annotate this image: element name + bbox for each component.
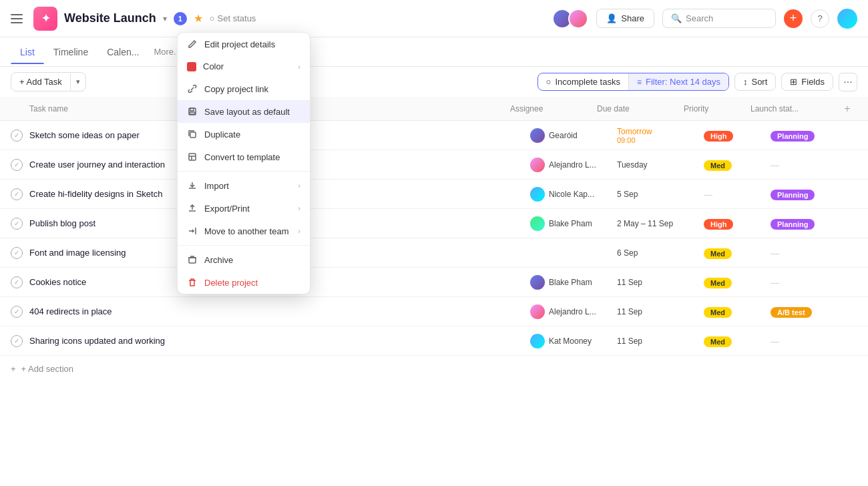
table-row[interactable]: ✓ Cookies notice Blake Pham 11 Sep Med — bbox=[0, 268, 868, 297]
toolbar-right: ○ Incomplete tasks ≡ Filter: Next 14 day… bbox=[537, 73, 857, 91]
submenu-arrow-icon: › bbox=[298, 204, 300, 212]
ctx-item-save[interactable]: Save layout as default bbox=[178, 100, 310, 123]
svg-rect-5 bbox=[189, 258, 196, 263]
task-launch: — bbox=[771, 335, 857, 347]
col-assignee: Assignee bbox=[510, 104, 597, 113]
tab-timeline[interactable]: Timeline bbox=[44, 40, 97, 64]
active-filter[interactable]: ≡ Filter: Next 14 days bbox=[628, 73, 728, 90]
sort-icon: ↕ bbox=[743, 77, 748, 87]
ctx-item-duplicate[interactable]: Duplicate bbox=[178, 123, 310, 146]
submenu-arrow-icon: › bbox=[298, 63, 300, 71]
table-row[interactable]: ✓ Publish blog post Blake Pham 2 May – 1… bbox=[0, 209, 868, 238]
topbar-right: 👤 Share 🔍 Search + ? bbox=[552, 9, 857, 29]
submenu-arrow-icon: › bbox=[298, 182, 300, 190]
task-launch: — bbox=[771, 247, 857, 259]
launch-value: — bbox=[771, 336, 779, 346]
import-icon bbox=[187, 180, 198, 191]
topbar: ✦ Website Launch ▾ 1 ★ ○ Set status 👤 Sh… bbox=[0, 0, 868, 37]
table-row[interactable]: ✓ Sharing icons updated and working Kat … bbox=[0, 326, 868, 356]
hamburger-menu[interactable] bbox=[11, 11, 27, 27]
ctx-item-move[interactable]: Move to another team › bbox=[178, 220, 310, 242]
task-checkbox[interactable]: ✓ bbox=[11, 188, 23, 200]
assignee-name: Alejandro L... bbox=[549, 160, 596, 170]
add-section-button[interactable]: + + Add section bbox=[0, 356, 868, 382]
sort-button[interactable]: ↕ Sort bbox=[734, 73, 776, 91]
col-launch: Launch stat... bbox=[750, 104, 837, 113]
assignee: Alejandro L... bbox=[530, 304, 617, 319]
context-menu: Edit project details Color › Copy projec… bbox=[177, 32, 310, 294]
task-checkbox[interactable]: ✓ bbox=[11, 306, 23, 318]
notification-badge: 1 bbox=[174, 12, 187, 25]
ctx-item-color[interactable]: Color › bbox=[178, 55, 310, 77]
nav-tabs: List Timeline Calen... More... bbox=[0, 37, 868, 67]
task-checkbox[interactable]: ✓ bbox=[11, 130, 23, 142]
chevron-down-icon[interactable]: ▾ bbox=[163, 14, 167, 23]
task-checkbox[interactable]: ✓ bbox=[11, 218, 23, 230]
archive-icon bbox=[187, 254, 198, 265]
assignee-name: Alejandro L... bbox=[549, 307, 596, 316]
table-row[interactable]: ✓ Create user journey and interaction Al… bbox=[0, 150, 868, 180]
due-date: 11 Sep bbox=[617, 336, 704, 346]
set-status-button[interactable]: ○ Set status bbox=[210, 13, 256, 23]
ctx-item-import[interactable]: Import › bbox=[178, 174, 310, 197]
launch-value: — bbox=[771, 248, 779, 258]
more-options-button[interactable]: ··· bbox=[839, 73, 857, 91]
task-checkbox[interactable]: ✓ bbox=[11, 335, 23, 347]
add-task-button[interactable]: + Add Task ▾ bbox=[11, 72, 86, 91]
task-checkbox[interactable]: ✓ bbox=[11, 247, 23, 259]
star-icon[interactable]: ★ bbox=[194, 12, 203, 25]
task-priority: — bbox=[704, 188, 771, 200]
launch-badge: Planning bbox=[771, 219, 815, 230]
tab-list[interactable]: List bbox=[11, 40, 44, 64]
task-priority: Med bbox=[704, 159, 771, 171]
assignee-name: Nicole Kap... bbox=[549, 190, 594, 199]
svg-rect-1 bbox=[190, 108, 194, 111]
help-button[interactable]: ? bbox=[811, 9, 829, 28]
table-row[interactable]: ✓ Font and image licensing 6 Sep Med — bbox=[0, 238, 868, 268]
ctx-item-edit[interactable]: Edit project details bbox=[178, 33, 310, 55]
ctx-item-label: Archive bbox=[204, 255, 233, 265]
color-dot bbox=[187, 62, 196, 71]
task-launch: Planning bbox=[771, 218, 857, 230]
add-button[interactable]: + bbox=[784, 9, 803, 28]
ctx-item-link[interactable]: Copy project link bbox=[178, 77, 310, 100]
tab-calendar[interactable]: Calen... bbox=[97, 40, 148, 64]
search-input[interactable]: 🔍 Search bbox=[662, 9, 776, 28]
ctx-item-label: Import bbox=[204, 181, 229, 191]
task-launch: Planning bbox=[771, 130, 857, 142]
share-button[interactable]: 👤 Share bbox=[596, 9, 654, 28]
user-avatar[interactable] bbox=[837, 9, 857, 29]
due-date: 2 May – 11 Sep bbox=[617, 219, 704, 228]
ctx-item-template[interactable]: Convert to template bbox=[178, 146, 310, 168]
ctx-item-label: Delete project bbox=[204, 278, 258, 288]
launch-value: — bbox=[771, 278, 779, 288]
ctx-item-archive[interactable]: Archive bbox=[178, 248, 310, 271]
add-column-button[interactable]: + bbox=[837, 103, 857, 115]
fields-button[interactable]: ⊞ Fields bbox=[781, 73, 833, 91]
ctx-item-label: Copy project link bbox=[204, 84, 268, 94]
table-row[interactable]: ✓ 404 redirects in place Alejandro L... … bbox=[0, 297, 868, 326]
incomplete-tasks-filter[interactable]: ○ Incomplete tasks bbox=[538, 73, 628, 90]
ctx-item-export[interactable]: Export/Print › bbox=[178, 197, 310, 220]
assignee-avatar bbox=[530, 334, 545, 348]
ctx-item-label: Save layout as default bbox=[204, 107, 290, 117]
template-icon bbox=[187, 152, 198, 162]
task-priority: Med bbox=[704, 247, 771, 259]
ctx-item-delete[interactable]: Delete project bbox=[178, 271, 310, 294]
add-task-chevron[interactable]: ▾ bbox=[70, 73, 85, 90]
svg-rect-3 bbox=[190, 132, 196, 138]
task-priority: Med bbox=[704, 306, 771, 318]
launch-badge: Planning bbox=[771, 190, 815, 200]
launch-value: — bbox=[771, 160, 779, 170]
svg-rect-4 bbox=[189, 154, 196, 160]
fields-icon: ⊞ bbox=[790, 77, 797, 87]
task-checkbox[interactable]: ✓ bbox=[11, 276, 23, 288]
task-priority: High bbox=[704, 218, 771, 230]
task-checkbox[interactable]: ✓ bbox=[11, 159, 23, 171]
table-row[interactable]: ✓ Sketch some ideas on paper Gearóid Tom… bbox=[0, 121, 868, 150]
table-row[interactable]: ✓ Create hi-fidelity designs in Sketch N… bbox=[0, 180, 868, 209]
task-name: 404 redirects in place bbox=[29, 306, 530, 316]
share-icon: 👤 bbox=[606, 13, 617, 23]
priority-badge: Med bbox=[704, 336, 732, 347]
add-task-main[interactable]: + Add Task bbox=[11, 73, 70, 91]
